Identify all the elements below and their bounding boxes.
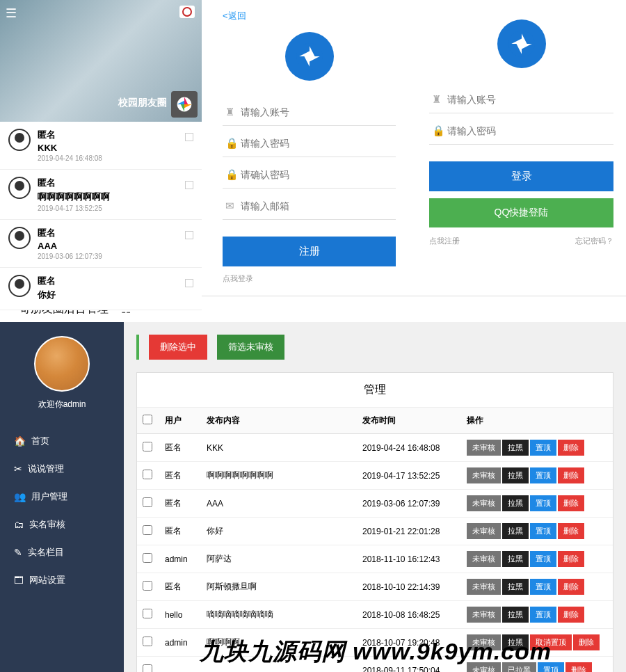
nav-icon: 🗔	[14, 575, 24, 586]
op-button[interactable]: 删除	[565, 662, 592, 672]
op-button[interactable]: 未审核	[467, 662, 501, 672]
row-checkbox[interactable]	[143, 497, 152, 507]
logo-icon	[497, 19, 546, 68]
feed-item[interactable]: 匿名 啊啊啊啊啊啊啊啊 2019-04-17 13:52:25	[0, 170, 202, 220]
login-account-input[interactable]	[447, 94, 611, 105]
table-title: 管理	[137, 373, 613, 408]
cell-ops: 未审核拉黑置顶删除	[461, 490, 613, 518]
op-button[interactable]: 删除	[558, 495, 584, 511]
login-password-input[interactable]	[447, 125, 611, 136]
cell-content: KKK	[201, 434, 357, 462]
op-button[interactable]: 置顶	[538, 662, 564, 672]
row-checkbox[interactable]	[143, 637, 152, 646]
op-button[interactable]: 拉黑	[502, 551, 529, 567]
op-button[interactable]: 拉黑	[502, 440, 529, 456]
op-button[interactable]: 置顶	[530, 440, 556, 456]
row-checkbox[interactable]	[143, 525, 152, 535]
row-checkbox[interactable]	[143, 581, 152, 591]
op-button[interactable]: 拉黑	[502, 634, 529, 650]
row-checkbox[interactable]	[143, 553, 152, 563]
qq-login-button[interactable]: QQ快捷登陆	[429, 198, 613, 227]
op-button[interactable]: 未审核	[467, 523, 501, 539]
op-button[interactable]: 删除	[558, 523, 584, 539]
feed-time: 2019-03-06 12:07:39	[38, 253, 185, 260]
account-input[interactable]	[241, 106, 393, 118]
op-button[interactable]: 未审核	[467, 495, 501, 511]
row-checkbox[interactable]	[143, 609, 152, 618]
feed-item[interactable]: 匿名 你好	[0, 268, 202, 310]
row-checkbox[interactable]	[143, 664, 152, 672]
account-row: ♜	[223, 99, 396, 126]
back-link[interactable]: <返回	[223, 10, 396, 22]
camera-icon[interactable]	[179, 6, 195, 18]
register-panel: <返回 ♜ 🔒 🔒 ✉ 注册 点我登录	[210, 0, 408, 296]
cell-time: 2018-09-11 17:50:04	[357, 657, 461, 673]
nav-item[interactable]: 🏠首页	[0, 427, 124, 455]
delete-selected-button[interactable]: 删除选中	[149, 335, 207, 360]
feed-text: 你好	[38, 289, 185, 301]
op-button[interactable]: 拉黑	[502, 467, 529, 483]
welcome-text: 欢迎你admin	[0, 399, 124, 410]
op-button[interactable]: 未审核	[467, 634, 501, 650]
menu-icon[interactable]: ☰	[6, 6, 17, 21]
feed-item[interactable]: 匿名 KKK 2019-04-24 16:48:08	[0, 122, 202, 170]
feed-item[interactable]: 匿名 AAA 2019-03-06 12:07:39	[0, 220, 202, 268]
nav-item[interactable]: 🗂实名审核	[0, 511, 124, 538]
nav-item[interactable]: 🗔网站设置	[0, 566, 124, 594]
cell-content	[201, 657, 357, 673]
op-button[interactable]: 取消置顶	[530, 634, 572, 650]
op-button[interactable]: 删除	[558, 579, 584, 595]
op-button[interactable]: 未审核	[467, 467, 501, 483]
op-button[interactable]: 未审核	[467, 607, 501, 623]
op-button[interactable]: 置顶	[530, 523, 556, 539]
register-button[interactable]: 注册	[223, 237, 396, 266]
cell-time: 2018-10-10 22:14:39	[357, 573, 461, 601]
feed-action-icon[interactable]	[185, 133, 193, 141]
cell-content: 阿萨达	[201, 545, 357, 573]
op-button[interactable]: 已拉黑	[502, 662, 536, 672]
feed-title: 校园朋友圈	[118, 97, 167, 109]
nav-icon: ✂	[14, 463, 22, 474]
nav-item[interactable]: 👥用户管理	[0, 483, 124, 511]
op-button[interactable]: 删除	[573, 634, 600, 650]
op-button[interactable]: 删除	[558, 440, 584, 456]
op-button[interactable]: 置顶	[530, 551, 556, 567]
feed-action-icon[interactable]	[185, 181, 193, 189]
nav-item[interactable]: ✂说说管理	[0, 455, 124, 483]
forgot-link[interactable]: 忘记密码？	[575, 236, 613, 246]
register-link[interactable]: 点我注册	[429, 236, 460, 246]
filter-pending-button[interactable]: 筛选未审核	[217, 335, 284, 360]
op-button[interactable]: 删除	[558, 467, 584, 483]
op-button[interactable]: 未审核	[467, 440, 501, 456]
login-button[interactable]: 登录	[429, 161, 613, 191]
password-input[interactable]	[241, 138, 393, 149]
email-input[interactable]	[241, 200, 393, 211]
op-button[interactable]: 置顶	[530, 607, 556, 623]
cell-ops: 未审核拉黑置顶删除	[461, 518, 613, 545]
th-user: 用户	[159, 408, 201, 434]
row-checkbox[interactable]	[143, 442, 152, 451]
op-button[interactable]: 拉黑	[502, 579, 529, 595]
row-checkbox[interactable]	[143, 470, 152, 479]
op-button[interactable]: 拉黑	[502, 607, 529, 623]
confirm-input[interactable]	[241, 169, 393, 180]
op-button[interactable]: 置顶	[530, 467, 556, 483]
login-link[interactable]: 点我登录	[223, 273, 396, 284]
cell-time: 2019-01-21 22:01:28	[357, 518, 461, 545]
feed-action-icon[interactable]	[185, 279, 193, 287]
op-button[interactable]: 未审核	[467, 579, 501, 595]
cell-user: hello	[159, 601, 201, 629]
feed-action-icon[interactable]	[185, 231, 193, 239]
cell-ops: 未审核拉黑置顶删除	[461, 434, 613, 462]
op-button[interactable]: 置顶	[530, 579, 556, 595]
op-button[interactable]: 拉黑	[502, 495, 529, 511]
cell-user: 匿名	[159, 462, 201, 490]
op-button[interactable]: 删除	[558, 551, 584, 567]
nav-item[interactable]: ✎实名栏目	[0, 538, 124, 566]
cell-time: 2018-11-10 16:12:43	[357, 545, 461, 573]
op-button[interactable]: 置顶	[530, 495, 556, 511]
select-all-checkbox[interactable]	[143, 415, 152, 424]
op-button[interactable]: 删除	[558, 607, 584, 623]
op-button[interactable]: 拉黑	[502, 523, 529, 539]
op-button[interactable]: 未审核	[467, 551, 501, 567]
